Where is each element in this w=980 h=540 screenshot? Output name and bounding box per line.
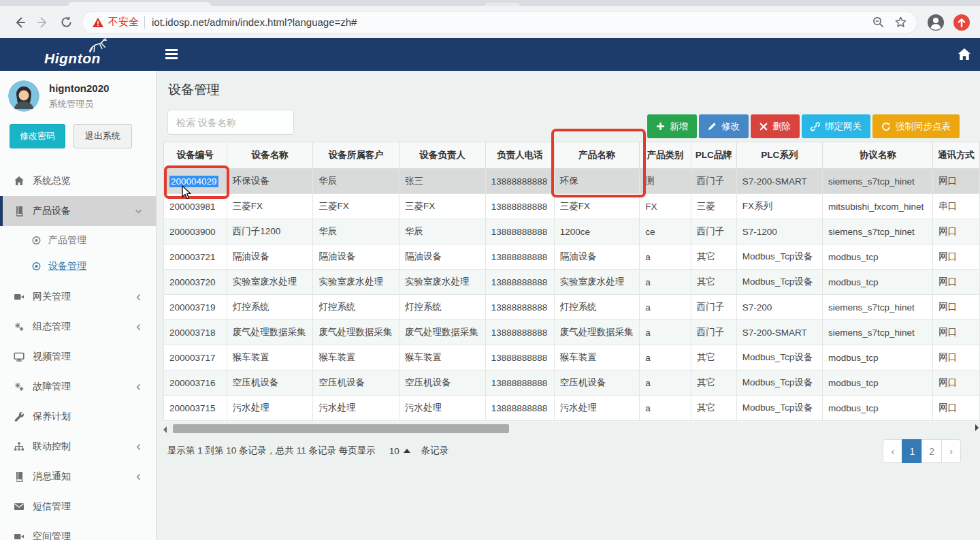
pagination-suffix-text: 条记录 xyxy=(421,445,449,457)
horizontal-scrollbar[interactable] xyxy=(163,424,980,435)
column-header-4[interactable]: 负责人电话 xyxy=(485,142,554,169)
bind-gateway-button[interactable]: 绑定网关 xyxy=(802,114,870,138)
zoom-out-icon[interactable] xyxy=(872,16,885,29)
page-size-value: 10 xyxy=(389,446,399,456)
scrollbar-thumb[interactable] xyxy=(173,424,509,433)
delete-button[interactable]: 删除 xyxy=(751,114,800,138)
selected-device-id-cell[interactable]: 200004029 xyxy=(169,176,218,187)
divider xyxy=(144,16,145,29)
browser-update-icon[interactable] xyxy=(953,14,970,31)
sidebar-item-fault-mgmt[interactable]: 故障管理 xyxy=(0,372,156,402)
pencil-icon xyxy=(708,122,717,131)
chevron-left-icon xyxy=(135,293,142,301)
sidebar-item-gateway-mgmt[interactable]: 网关管理 xyxy=(0,282,156,312)
book-icon xyxy=(13,206,24,217)
browser-forward-button[interactable] xyxy=(31,11,54,34)
browser-reload-button[interactable] xyxy=(54,11,78,34)
url-text: iot.idosp.net/admin/index.html?language=… xyxy=(152,16,862,28)
sidebar-item-linkage-control[interactable]: 联动控制 xyxy=(0,432,156,462)
sidebar: hignton2020 系统管理员 修改密码 退出系统 系统总览产品设备产品管理… xyxy=(0,71,157,540)
column-header-9[interactable]: 协议名称 xyxy=(823,142,933,169)
sidebar-submenu-product-device: 产品管理设备管理 xyxy=(0,226,156,282)
table-row[interactable]: 200003721隔油设备隔油设备隔油设备13888888888隔油设备a其它M… xyxy=(164,244,980,270)
column-header-0[interactable]: 设备编号 xyxy=(164,142,227,169)
chevron-left-icon xyxy=(135,323,142,331)
column-header-10[interactable]: 通讯方式 xyxy=(933,142,980,169)
change-password-button[interactable]: 修改密码 xyxy=(10,124,65,148)
pager-prev-button[interactable]: ‹ xyxy=(883,439,902,463)
envelope-icon xyxy=(13,501,24,512)
sidebar-item-space-mgmt[interactable]: 空间管理 xyxy=(0,522,156,540)
browser-toolbar: 不安全 iot.idosp.net/admin/index.html?langu… xyxy=(0,6,980,38)
column-header-6[interactable]: 产品类别 xyxy=(640,142,691,169)
table-row[interactable]: 200003981三菱FX三菱FX三菱FX13888888888三菱FXFX三菱… xyxy=(164,194,980,219)
home-icon xyxy=(13,176,24,187)
browser-profile-avatar[interactable] xyxy=(927,14,945,31)
table-row[interactable]: 200003900西门子1200华辰华辰138888888881200cece西… xyxy=(164,219,980,244)
column-header-2[interactable]: 设备所属客户 xyxy=(313,142,399,169)
wrench-icon xyxy=(13,411,24,422)
device-table: 设备编号设备名称设备所属客户设备负责人负责人电话产品名称产品类别PLC品牌PLC… xyxy=(163,142,980,421)
book-icon xyxy=(13,471,24,482)
table-row[interactable]: 200003716空压机设备空压机设备空压机设备13888888888空压机设备… xyxy=(164,370,980,396)
username: hignton2020 xyxy=(49,82,109,94)
column-header-8[interactable]: PLC系列 xyxy=(736,142,822,169)
browser-tab-strip xyxy=(0,0,980,6)
table-row[interactable]: 200004029环保设备华辰张三13888888888环保测西门子S7-200… xyxy=(164,169,980,194)
security-warning-icon xyxy=(92,17,104,28)
device-table-wrap: 设备编号设备名称设备所属客户设备负责人负责人电话产品名称产品类别PLC品牌PLC… xyxy=(163,142,980,422)
security-warning-label: 不安全 xyxy=(108,16,139,29)
sidebar-item-product-device[interactable]: 产品设备 xyxy=(0,196,156,226)
logout-button[interactable]: 退出系统 xyxy=(74,124,132,148)
table-header-row: 设备编号设备名称设备所属客户设备负责人负责人电话产品名称产品类别PLC品牌PLC… xyxy=(164,142,980,169)
sidebar-item-overview[interactable]: 系统总览 xyxy=(0,166,156,196)
scroll-right-icon[interactable] xyxy=(975,424,979,431)
brand-logo: Hignton · · · · xyxy=(0,38,157,71)
sidebar-subitem-product-mgmt[interactable]: 产品管理 xyxy=(0,227,156,253)
chevron-left-icon xyxy=(135,443,142,451)
page-size-dropdown[interactable]: 10 xyxy=(389,446,410,456)
pager: ‹12› xyxy=(883,439,961,463)
browser-address-bar[interactable]: 不安全 iot.idosp.net/admin/index.html?langu… xyxy=(82,11,917,34)
avatar xyxy=(8,80,39,112)
column-header-5[interactable]: 产品名称 xyxy=(554,142,640,169)
plus-icon xyxy=(656,122,665,131)
chevron-left-icon xyxy=(135,473,142,481)
force-sync-button[interactable]: 强制同步点表 xyxy=(872,114,960,138)
table-row[interactable]: 200003720实验室废水处理实验室废水处理实验室废水处理1388888888… xyxy=(164,270,980,295)
pagination-info-text: 显示第 1 到第 10 条记录，总共 11 条记录 每页显示 xyxy=(167,445,376,457)
sidebar-item-video-mgmt[interactable]: 视频管理 xyxy=(0,342,156,372)
search-input[interactable] xyxy=(167,110,294,135)
user-role: 系统管理员 xyxy=(49,98,109,110)
browser-back-button[interactable] xyxy=(8,11,31,34)
pager-next-button[interactable]: › xyxy=(941,439,961,463)
sidebar-item-sms-mgmt[interactable]: 短信管理 xyxy=(0,492,156,522)
table-row[interactable]: 200003718废气处理数据采集废气处理数据采集废气处理数据采集1388888… xyxy=(164,320,980,345)
pager-page-1[interactable]: 1 xyxy=(902,439,922,463)
chevron-left-icon xyxy=(135,383,142,391)
link-icon xyxy=(811,122,820,131)
sidebar-nav: 系统总览产品设备产品管理设备管理网关管理组态管理视频管理故障管理保养计划联动控制… xyxy=(0,166,156,540)
sidebar-subitem-device-mgmt[interactable]: 设备管理 xyxy=(0,253,156,279)
column-header-1[interactable]: 设备名称 xyxy=(227,142,313,169)
table-row[interactable]: 200003715污水处理污水处理污水处理13888888888污水处理a其它M… xyxy=(164,396,980,421)
home-icon[interactable] xyxy=(958,48,970,63)
monitor-icon xyxy=(13,351,24,362)
column-header-7[interactable]: PLC品牌 xyxy=(691,142,736,169)
bookmark-star-icon[interactable] xyxy=(894,16,907,29)
table-row[interactable]: 200003719灯控系统灯控系统灯控系统13888888888灯控系统a西门子… xyxy=(164,295,980,320)
sidebar-toggle-button[interactable] xyxy=(165,48,178,63)
sidebar-item-message-notice[interactable]: 消息通知 xyxy=(0,462,156,492)
user-panel: hignton2020 系统管理员 修改密码 退出系统 xyxy=(0,71,156,158)
scroll-left-icon[interactable] xyxy=(163,426,167,433)
sidebar-item-scada-mgmt[interactable]: 组态管理 xyxy=(0,312,156,342)
video-icon xyxy=(13,291,24,302)
column-header-3[interactable]: 设备负责人 xyxy=(399,142,486,169)
pager-page-2[interactable]: 2 xyxy=(921,439,942,463)
edit-button[interactable]: 修改 xyxy=(699,114,749,138)
add-button[interactable]: 新增 xyxy=(647,114,697,138)
toolbar: 新增修改删除绑定网关强制同步点表 xyxy=(647,114,960,138)
table-row[interactable]: 200003717猴车装置猴车装置猴车装置13888888888猴车装置a其它M… xyxy=(164,345,980,370)
caret-up-icon xyxy=(404,449,410,453)
sidebar-item-maintenance-plan[interactable]: 保养计划 xyxy=(0,402,156,432)
